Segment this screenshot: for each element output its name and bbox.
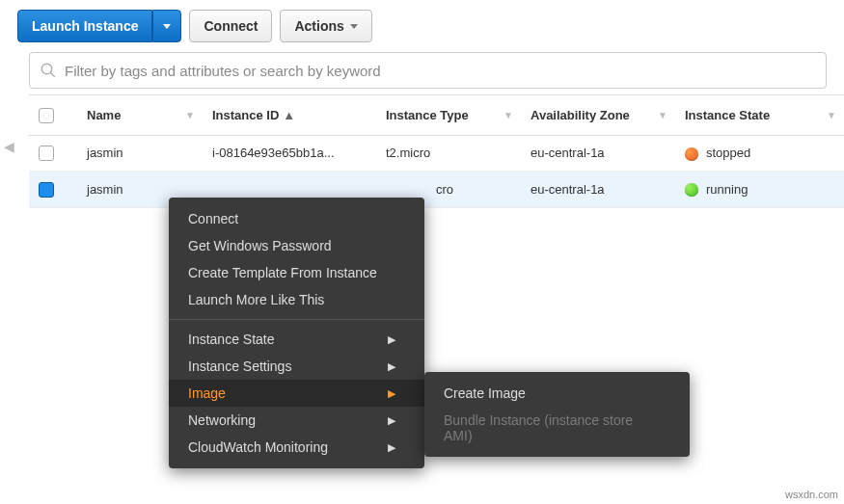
context-item-image[interactable]: Image▶ Create Image Bundle Instance (ins… (169, 380, 424, 407)
column-header-name[interactable]: Name▼ (77, 95, 203, 135)
actions-button[interactable]: Actions (280, 10, 371, 42)
context-item-connect[interactable]: Connect (169, 205, 424, 232)
watermark-text: wsxdn.com (785, 489, 838, 500)
search-bar-container (29, 52, 827, 89)
caret-down-icon: ▼ (827, 110, 836, 120)
actions-label: Actions (294, 18, 343, 34)
connect-button[interactable]: Connect (189, 10, 272, 42)
context-item-get-windows-password[interactable]: Get Windows Password (169, 232, 424, 259)
instances-table: Name▼ Instance ID▲ Instance Type▼ Availa… (29, 95, 844, 208)
row-checkbox[interactable] (39, 146, 54, 161)
search-input[interactable] (65, 63, 816, 79)
cell-instance-type: t2.micro (376, 135, 521, 172)
svg-point-0 (41, 64, 52, 74)
context-menu: Connect Get Windows Password Create Temp… (169, 198, 424, 468)
cell-availability-zone: eu-central-1a (521, 135, 675, 172)
table-row[interactable]: jasmin cro eu-central-1a running (29, 172, 844, 208)
column-header-checkbox[interactable] (29, 95, 77, 135)
top-toolbar: Launch Instance Connect Actions (0, 0, 844, 52)
cell-availability-zone: eu-central-1a (521, 172, 675, 208)
row-checkbox[interactable] (39, 182, 54, 198)
chevron-right-icon: ▶ (388, 333, 395, 346)
context-item-instance-settings[interactable]: Instance Settings▶ (169, 353, 424, 380)
cell-instance-state: stopped (675, 135, 844, 172)
context-item-cloudwatch[interactable]: CloudWatch Monitoring▶ (169, 434, 424, 461)
table-header-row: Name▼ Instance ID▲ Instance Type▼ Availa… (29, 95, 844, 135)
status-dot-icon (685, 183, 698, 197)
instances-table-container: Name▼ Instance ID▲ Instance Type▼ Availa… (29, 94, 844, 208)
caret-down-icon (350, 24, 358, 29)
column-header-availability-zone[interactable]: Availability Zone▼ (521, 95, 675, 135)
context-item-instance-state[interactable]: Instance State▶ (169, 326, 424, 353)
chevron-right-icon: ▶ (388, 360, 395, 373)
launch-instance-button[interactable]: Launch Instance (17, 10, 152, 42)
cell-name: jasmin (77, 135, 203, 172)
search-bar[interactable] (29, 52, 827, 89)
context-item-create-template[interactable]: Create Template From Instance (169, 259, 424, 286)
context-item-networking[interactable]: Networking▶ (169, 407, 424, 434)
sort-asc-icon: ▲ (283, 108, 295, 122)
context-separator (169, 319, 424, 320)
context-item-bundle-instance: Bundle Instance (instance store AMI) (424, 407, 690, 449)
column-header-instance-state[interactable]: Instance State▼ (675, 95, 844, 135)
status-dot-icon (685, 147, 698, 161)
checkbox-all[interactable] (39, 108, 54, 123)
context-item-create-image[interactable]: Create Image (424, 380, 690, 407)
context-submenu-image: Create Image Bundle Instance (instance s… (424, 372, 690, 457)
caret-down-icon: ▼ (185, 110, 195, 120)
caret-down-icon (163, 24, 171, 29)
context-item-launch-more[interactable]: Launch More Like This (169, 286, 424, 313)
cell-instance-state: running (675, 172, 844, 208)
search-icon (40, 62, 57, 79)
caret-down-icon: ▼ (504, 110, 513, 120)
chevron-right-icon: ▶ (388, 441, 395, 454)
cell-instance-id: i-08164e93e65bb1a... (203, 135, 376, 172)
chevron-right-icon: ▶ (388, 387, 395, 400)
table-row[interactable]: jasmin i-08164e93e65bb1a... t2.micro eu-… (29, 135, 844, 172)
chevron-right-icon: ▶ (388, 414, 395, 427)
column-header-instance-id[interactable]: Instance ID▲ (203, 95, 376, 135)
launch-instance-dropdown-button[interactable] (152, 10, 181, 42)
svg-line-1 (50, 72, 55, 77)
collapse-handle-icon[interactable]: ◀ (4, 139, 14, 154)
caret-down-icon: ▼ (658, 110, 667, 120)
column-header-instance-type[interactable]: Instance Type▼ (376, 95, 521, 135)
